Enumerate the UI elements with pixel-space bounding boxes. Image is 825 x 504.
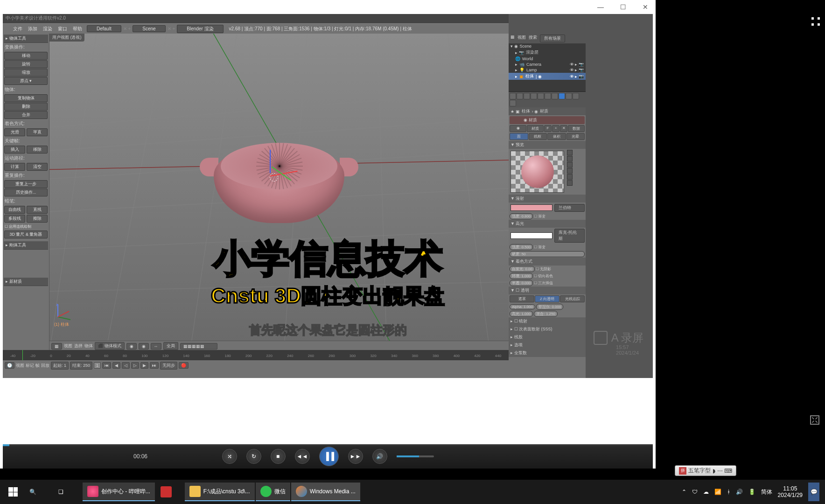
tool-duplicate[interactable]: 复制物体 xyxy=(4,94,48,102)
ruler[interactable]: 3D 量尺 & 量角器 xyxy=(4,231,48,238)
tree-world[interactable]: 🌐 World xyxy=(509,56,586,62)
timeline-track[interactable]: -40-200204060801001201401601802002202402… xyxy=(3,350,509,360)
prev-flat-icon[interactable] xyxy=(567,150,573,155)
start-frame[interactable]: 起始: 1 xyxy=(51,362,69,370)
tab-texture-icon[interactable] xyxy=(566,93,572,99)
layout-selector[interactable]: Default xyxy=(87,25,121,32)
minimize-button[interactable]: — xyxy=(594,2,607,12)
tool-rotate[interactable]: 旋转 xyxy=(4,60,48,68)
task-wechat[interactable]: 微信 xyxy=(256,483,290,501)
vb-select[interactable]: 选择 xyxy=(74,343,83,349)
volume-slider[interactable] xyxy=(397,455,434,457)
gp-free[interactable]: 自由线 xyxy=(4,206,25,214)
data-link[interactable]: 数据 xyxy=(568,125,585,132)
prev-cube-icon[interactable] xyxy=(567,162,573,168)
specular-color[interactable] xyxy=(510,232,552,239)
tl-play-icon[interactable]: ▷ xyxy=(131,362,139,369)
editor-type-icon[interactable]: ▦ xyxy=(51,343,62,350)
shade-smooth[interactable]: 光滑 xyxy=(4,128,25,136)
translucent[interactable]: 半透: 0.000 xyxy=(510,280,533,286)
start-button[interactable] xyxy=(2,481,24,503)
tree-scene[interactable]: ▾ ◉ Scene xyxy=(509,43,586,49)
newmat-header[interactable]: ▸ 新材质 xyxy=(4,278,48,286)
close-button[interactable]: ✕ xyxy=(639,2,652,12)
tool-join[interactable]: 合并 xyxy=(4,111,48,119)
prev-world-icon[interactable] xyxy=(567,180,573,186)
tray-sound-icon[interactable]: 🔊 xyxy=(736,489,743,495)
transp-mask[interactable]: 遮罩 xyxy=(510,295,534,302)
task-explorer[interactable]: F:\成品\cnstu 3d\... xyxy=(185,483,255,501)
vb-view[interactable]: 视图 xyxy=(64,343,72,349)
volume-button[interactable]: 🔊 xyxy=(372,449,387,464)
menu-file[interactable]: 文件 xyxy=(10,26,25,32)
mat-name-field[interactable]: 材质 xyxy=(527,125,544,132)
renderer-selector[interactable]: Blender 渲染 xyxy=(177,25,223,33)
tab-constraint-icon[interactable] xyxy=(538,93,544,99)
shade-flat[interactable]: 平直 xyxy=(27,128,48,136)
repeat-button[interactable]: ↻ xyxy=(246,449,261,464)
gp-continuous[interactable]: ☐ 启用连线绘制 xyxy=(4,223,48,230)
rtab-surface[interactable]: 面 xyxy=(510,133,528,140)
strand-header[interactable]: ▸ 线股 xyxy=(509,333,586,341)
history[interactable]: 历史操作... xyxy=(4,189,48,196)
autokey-icon[interactable]: 🔴 xyxy=(179,362,189,369)
shuffle-button[interactable]: ⤭ xyxy=(222,449,237,464)
mat-link-icon[interactable]: ◉ xyxy=(510,125,526,132)
tool-origin[interactable]: 原点 ▾ xyxy=(4,77,48,85)
diffuse-header[interactable]: ▼ 漫射 xyxy=(509,195,586,203)
material-slot[interactable]: ◉ 材质 xyxy=(510,116,585,124)
blend[interactable]: 混合: 1.250 xyxy=(534,311,557,317)
options-header[interactable]: ▸ 选项 xyxy=(509,341,586,349)
mat-add-icon[interactable]: + xyxy=(552,125,559,132)
specular-model[interactable]: 库克-托伦斯 xyxy=(554,229,585,243)
prev-sphere-icon[interactable] xyxy=(567,156,573,161)
scene-selector[interactable]: Scene xyxy=(133,25,165,32)
tab-data-icon[interactable] xyxy=(552,93,558,99)
passes-header[interactable]: ▸ 全泵数 xyxy=(509,349,586,357)
pivot-icon[interactable]: ◉ xyxy=(139,343,149,350)
layers[interactable]: ▦▦▦▦▦ xyxy=(180,343,217,350)
tree-lamp[interactable]: ▸ 💡 Lamp 👁 ▸ 📷 xyxy=(509,67,586,73)
manipulator-icon[interactable]: ↔ xyxy=(151,343,161,350)
tab-particle-icon[interactable] xyxy=(573,93,579,99)
prev-button[interactable]: ◄◄ xyxy=(295,449,310,464)
outl-filter[interactable]: 所有场景 xyxy=(540,35,565,42)
menu-add[interactable]: 添加 xyxy=(25,26,40,32)
outliner-icon[interactable]: ▦ xyxy=(510,35,515,42)
menu-help[interactable]: 帮助 xyxy=(70,26,85,32)
orientation[interactable]: 全局 xyxy=(163,342,178,350)
diffuse-intensity[interactable]: 强度: 0.800 xyxy=(510,213,533,219)
sss-header[interactable]: ▸ ☐ 次表面散射 (SSS) xyxy=(509,325,586,333)
mode-selector[interactable]: ⬛ 物体模式 xyxy=(95,342,125,350)
tab-material-icon[interactable] xyxy=(559,93,565,99)
editor-type-icon[interactable]: 🕐 xyxy=(5,362,14,369)
mirror-header[interactable]: ▸ ☐ 镜射 xyxy=(509,317,586,325)
tl-view[interactable]: 视图 xyxy=(16,363,24,369)
diffuse-color[interactable] xyxy=(510,204,552,211)
rigid-header[interactable]: ▸ 刚体工具 xyxy=(4,241,48,250)
search-button[interactable]: 🔍 xyxy=(25,483,53,501)
menu-render[interactable]: 渲染 xyxy=(40,26,55,32)
tab-render-icon[interactable] xyxy=(510,93,516,99)
fullscreen-icon[interactable] xyxy=(811,17,820,26)
tray-security-icon[interactable]: 🛡 xyxy=(692,489,698,495)
expand-icon[interactable] xyxy=(810,415,819,425)
tray-clock[interactable]: 11:05 2024/1/29 xyxy=(778,485,803,499)
tree-cylinder[interactable]: ▸ ▣ 柱体 | ◉ 👁 ▸ 📷 xyxy=(509,73,586,80)
diffuse-model[interactable]: 兰伯特 xyxy=(554,204,585,212)
tl-marker[interactable]: 标记 xyxy=(26,363,34,369)
playhead[interactable] xyxy=(22,350,23,360)
tool-move[interactable]: 移动 xyxy=(4,52,48,60)
tab-modifier-icon[interactable] xyxy=(545,93,551,99)
maximize-button[interactable]: ☐ xyxy=(616,2,629,12)
transparency-header[interactable]: ▼ ☐ 透明 xyxy=(509,287,586,294)
tray-bt-icon[interactable]: ᚼ xyxy=(727,489,730,495)
prev-monkey-icon[interactable] xyxy=(567,168,573,174)
mat-del-icon[interactable]: ✕ xyxy=(560,125,567,132)
path-calc[interactable]: 计算 xyxy=(4,163,25,171)
tl-next-icon[interactable]: ▶ xyxy=(140,362,148,369)
ime-toolbar[interactable]: 拼 五笔字型 ◗ ⋯ ⌨ xyxy=(675,465,736,476)
notification-button[interactable]: 💬 xyxy=(808,483,819,501)
shading-icon[interactable]: ◉ xyxy=(126,343,137,350)
specular-header[interactable]: ▼ 高光 xyxy=(509,220,586,228)
